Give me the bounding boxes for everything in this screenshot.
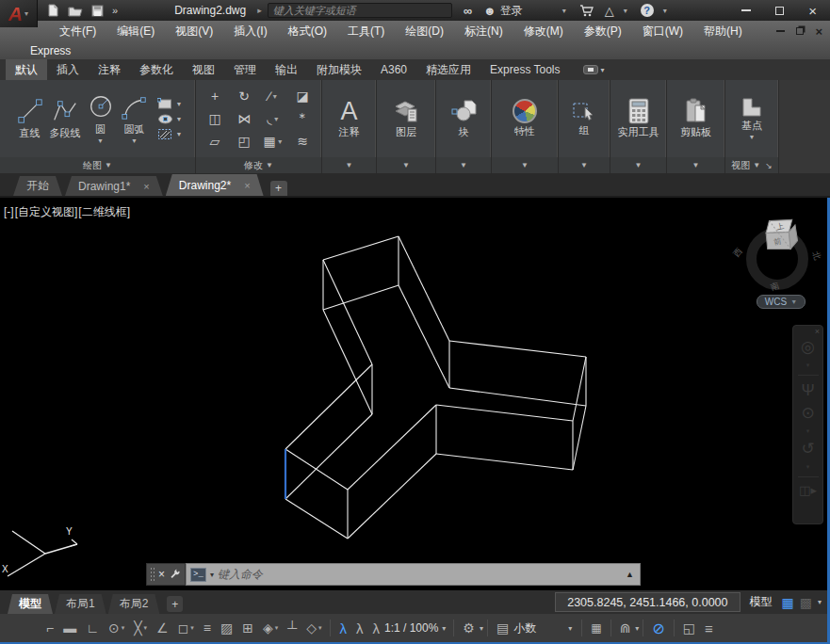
wireframe-edge[interactable] xyxy=(449,341,586,357)
close-tab-icon[interactable]: × xyxy=(244,180,250,191)
search-binoculars-icon[interactable]: ∞ xyxy=(464,4,472,18)
model-space-badge[interactable]: 模型 xyxy=(746,594,776,610)
doc-minimize-button[interactable] xyxy=(776,30,785,32)
snap-grid-icon[interactable]: ▩ xyxy=(800,595,812,610)
navigation-bar[interactable]: × ◎ ▾ Ψ ⊙ ▾ ↺ ▾ ◫▸ xyxy=(792,325,823,524)
doc-restore-button[interactable] xyxy=(796,27,804,35)
zoom-icon[interactable]: ⊙ xyxy=(801,405,814,421)
wireframe-edge[interactable] xyxy=(323,260,372,364)
units-ruler-icon[interactable]: ▤ xyxy=(492,620,513,636)
command-line[interactable]: × >_ ▾ ▲ xyxy=(146,563,641,586)
navigation-wheel-icon[interactable]: ◎ xyxy=(801,339,815,355)
layout-tab[interactable]: 模型 xyxy=(8,594,53,614)
menu-item[interactable]: 修改(M) xyxy=(513,24,574,40)
chevron-down-icon[interactable]: ▾ xyxy=(806,427,810,434)
isometric-drafting-icon[interactable]: ╳▾ xyxy=(129,620,152,636)
hardware-acceleration-icon[interactable]: ⊘ xyxy=(647,620,669,637)
selection-cycling-icon[interactable]: ⊞▾ xyxy=(237,620,258,636)
wireframe-edge[interactable] xyxy=(348,454,436,539)
wireframe-edge[interactable] xyxy=(449,388,586,406)
modify-tool-button[interactable]: ◪▼ xyxy=(296,89,308,104)
chevron-down-icon[interactable]: ▾ xyxy=(568,624,572,633)
command-history-icon[interactable]: ▲ xyxy=(626,570,636,579)
close-button[interactable]: × xyxy=(808,4,817,18)
dynamic-ucs-icon[interactable]: ┴▾ xyxy=(283,620,301,636)
layout-tab[interactable]: 布局1 xyxy=(55,594,106,614)
line-button[interactable]: 直线 xyxy=(13,95,47,142)
chevron-down-icon[interactable]: ▾ xyxy=(480,624,483,633)
wireframe-edge[interactable] xyxy=(399,285,449,388)
ribbon-tab[interactable]: 视图 xyxy=(183,59,224,80)
modify-tool-button[interactable]: ∕▼ xyxy=(269,89,278,104)
units-value[interactable]: 小数 xyxy=(513,620,562,636)
dialog-launcher-icon[interactable]: ↘ xyxy=(765,161,773,170)
qat-more-icon[interactable]: » xyxy=(112,5,116,16)
help-dropdown-icon[interactable]: ▾ xyxy=(663,7,667,15)
quick-properties-icon[interactable]: ▦ xyxy=(586,621,606,635)
menu-item[interactable]: 插入(I) xyxy=(223,24,277,40)
clean-screen-icon[interactable]: ◱ xyxy=(678,620,700,636)
modify-tool-button[interactable]: ◟▼ xyxy=(267,111,279,126)
ribbon-tab[interactable]: 插入 xyxy=(47,59,89,80)
help-icon[interactable]: ? xyxy=(641,4,654,17)
clipboard-panel-title[interactable]: ▼ xyxy=(667,157,724,173)
wireframe-edge[interactable] xyxy=(285,499,348,539)
a360-icon[interactable]: △ xyxy=(605,4,614,18)
wireframe-edge[interactable] xyxy=(573,357,586,421)
annotation-button[interactable]: A 注释 xyxy=(336,97,363,141)
wireframe-edge[interactable] xyxy=(573,406,586,470)
circle-button[interactable]: 圆 ▼ xyxy=(84,91,118,146)
grid-display-icon[interactable]: ▦ xyxy=(782,595,794,610)
search-expand-icon[interactable]: ▸ xyxy=(257,6,262,15)
snap-mode-icon[interactable]: ▬▾ xyxy=(58,620,81,636)
menu-item[interactable]: 视图(V) xyxy=(165,24,223,40)
command-close-icon[interactable]: × xyxy=(158,568,165,581)
cart-icon[interactable] xyxy=(579,5,594,17)
menu-item[interactable]: 标注(N) xyxy=(454,24,513,40)
modify-tool-button[interactable]: ＊▼ xyxy=(296,110,309,127)
drawing-canvas[interactable]: [-][自定义视图][二维线框] 西 南 北 上 前 WCS▼ × ◎ ▾ xyxy=(0,198,830,590)
layers-button[interactable]: 图层 xyxy=(389,97,423,141)
menu-item[interactable]: 工具(T) xyxy=(337,24,395,40)
modify-tool-button[interactable]: ⋈▼ xyxy=(237,111,251,126)
menu-item[interactable]: 绘图(D) xyxy=(395,24,454,40)
chevron-down-icon[interactable]: ▾ xyxy=(818,598,822,606)
ellipse-button[interactable]: ▼ xyxy=(157,113,183,125)
wireframe-edge[interactable] xyxy=(285,414,372,499)
block-button[interactable]: 块 xyxy=(447,97,480,141)
chevron-down-icon[interactable]: ▾ xyxy=(210,571,214,579)
wireframe-edge[interactable] xyxy=(348,405,436,490)
wireframe-drawing[interactable] xyxy=(0,198,827,590)
rectangle-button[interactable]: ▼ xyxy=(157,98,183,110)
wireframe-edge[interactable] xyxy=(285,364,372,449)
new-layout-button[interactable]: + xyxy=(167,596,183,612)
utilities-button[interactable]: 实用工具 xyxy=(615,96,662,141)
signin-dropdown-icon[interactable]: ▾ xyxy=(562,7,566,15)
basepoint-button[interactable]: 基点 ▼ xyxy=(737,95,767,142)
wireframe-edge[interactable] xyxy=(436,454,573,470)
viewcube[interactable]: 上 前 xyxy=(759,213,805,258)
customization-menu-icon[interactable]: ≡ xyxy=(700,620,718,636)
new-drawing-tab-button[interactable]: + xyxy=(270,181,287,196)
menu-item[interactable]: 格式(O) xyxy=(278,24,337,40)
modify-tool-button[interactable]: ◰▼ xyxy=(237,134,250,149)
group-button[interactable]: 组 xyxy=(569,98,599,139)
ribbon-tab[interactable]: 管理 xyxy=(224,59,266,80)
signin-label[interactable]: 登录 xyxy=(500,3,523,19)
annotation-scale-value[interactable]: 1:1 / 100% xyxy=(384,621,438,635)
menu-item[interactable]: 文件(F) xyxy=(49,24,106,40)
polyline-button[interactable]: 多段线 xyxy=(47,95,84,142)
chevron-down-icon[interactable]: ▾ xyxy=(635,624,639,633)
file-tab[interactable]: Drawing2* × xyxy=(166,174,264,196)
modify-tool-button[interactable]: ↻▼ xyxy=(238,89,250,104)
modify-tool-button[interactable]: ▦▼ xyxy=(263,134,283,149)
command-input[interactable] xyxy=(218,568,622,581)
object-snap-3d-icon[interactable]: ◈▾ xyxy=(258,620,283,636)
dynamic-input-icon[interactable]: ◇▾ xyxy=(301,620,326,636)
viewport-visual-style-control[interactable]: [二维线框] xyxy=(78,205,130,218)
wireframe-edge[interactable] xyxy=(399,236,449,341)
close-tab-icon[interactable]: × xyxy=(143,181,149,192)
menu-item[interactable]: 参数(P) xyxy=(574,24,632,40)
ui-lock-icon[interactable]: ⋒ xyxy=(615,620,636,636)
ribbon-tab[interactable]: 注释 xyxy=(89,59,130,80)
